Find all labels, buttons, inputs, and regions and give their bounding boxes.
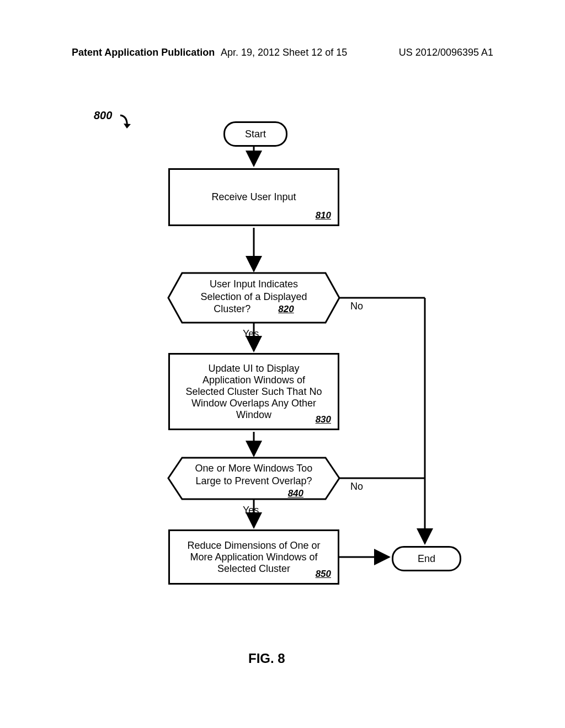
decision-840-ref: 840: [288, 488, 303, 499]
decision-820-ref: 820: [278, 304, 294, 314]
process-830-line2: Application Windows of: [202, 374, 305, 386]
header-date-sheet: Apr. 19, 2012 Sheet 12 of 15: [221, 47, 347, 58]
decision-820-yes-label: Yes: [243, 328, 259, 340]
process-850: Reduce Dimensions of One or More Applica…: [168, 529, 339, 585]
decision-820: User Input Indicates Selection of a Disp…: [182, 278, 326, 315]
figure-ref-number: 800: [94, 109, 112, 122]
decision-820-line3: Cluster?: [214, 303, 250, 314]
process-810-text: Receive User Input: [211, 191, 296, 203]
svg-marker-0: [124, 124, 131, 129]
decision-820-no-label: No: [350, 301, 363, 312]
decision-840: One or More Windows Too Large to Prevent…: [182, 462, 326, 500]
end-terminator: End: [392, 546, 461, 571]
process-850-line1: Reduce Dimensions of One or: [187, 540, 320, 552]
figure-caption: FIG. 8: [248, 651, 285, 666]
decision-840-line2: Large to Prevent Overlap?: [182, 475, 326, 488]
header-pub-number: US 2012/0096395 A1: [399, 47, 493, 58]
decision-840-yes-label: Yes: [243, 505, 259, 516]
process-850-ref: 850: [316, 569, 331, 580]
process-830-line5: Window: [236, 409, 271, 421]
start-terminator: Start: [223, 121, 287, 147]
figure-ref-arrow-icon: [116, 113, 132, 135]
decision-840-no-label: No: [350, 481, 363, 493]
decision-820-line1: User Input Indicates: [182, 278, 326, 291]
process-810: Receive User Input 810: [168, 168, 339, 226]
decision-840-line1: One or More Windows Too: [182, 462, 326, 475]
decision-820-line2: Selection of a Displayed: [182, 291, 326, 303]
process-850-line2: More Application Windows of: [190, 552, 317, 563]
process-830-ref: 830: [316, 414, 331, 425]
header-publication: Patent Application Publication: [72, 47, 215, 58]
page: Patent Application Publication Apr. 19, …: [0, 0, 565, 728]
process-810-ref: 810: [316, 210, 331, 221]
process-830-line4: Window Overlaps Any Other: [191, 398, 316, 409]
process-830-line3: Selected Cluster Such That No: [186, 386, 322, 398]
process-830-line1: Update UI to Display: [208, 363, 299, 374]
process-830: Update UI to Display Application Windows…: [168, 353, 339, 430]
start-label: Start: [245, 129, 266, 140]
end-label: End: [418, 553, 435, 565]
process-850-line3: Selected Cluster: [217, 563, 290, 575]
